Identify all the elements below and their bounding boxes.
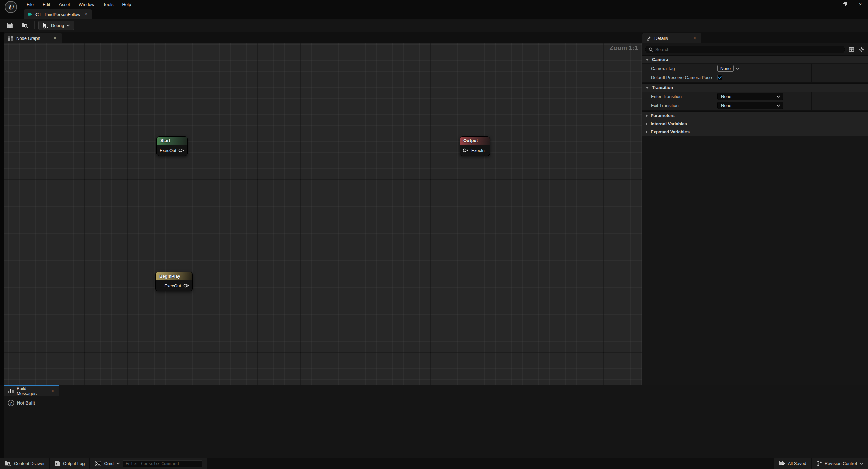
exec-out-pin-icon[interactable] (183, 283, 190, 288)
property-row-camera-tag: Camera Tag None (642, 63, 868, 73)
menu-tools[interactable]: Tools (99, 0, 118, 9)
details-settings-button[interactable] (858, 46, 865, 53)
menu-bar: File Edit Asset Window Tools Help (22, 0, 136, 9)
chevron-down-icon (776, 104, 780, 107)
toolbar: Debug (0, 19, 868, 32)
collapse-arrow-icon (646, 59, 649, 61)
debug-dropdown-button[interactable]: Debug (38, 21, 74, 30)
build-status-row: ? Not Built (8, 400, 35, 406)
build-messages-tab[interactable]: Build Messages × (4, 385, 59, 396)
graph-node-beginplay[interactable]: BeginPlay ExecOut (155, 272, 193, 291)
cmd-terminal-icon (95, 461, 101, 466)
section-internal-variables-header[interactable]: Internal Variables (642, 120, 868, 128)
browse-asset-button[interactable] (18, 20, 31, 31)
details-tab[interactable]: Details × (642, 33, 701, 43)
asset-tab-row: CT_ThirdPersonFollow × (0, 9, 868, 19)
menu-edit[interactable]: Edit (38, 0, 54, 9)
revision-control-branch-icon (817, 461, 822, 466)
folder-magnifier-icon (21, 22, 28, 28)
menu-window[interactable]: Window (74, 0, 99, 9)
menu-file[interactable]: File (22, 0, 38, 9)
display-filter-button[interactable] (848, 46, 855, 53)
node-graph-tab-close-icon[interactable]: × (52, 35, 58, 41)
build-status-label: Not Built (17, 400, 35, 406)
preserve-pose-label: Default Preserve Camera Pose (642, 73, 714, 82)
search-icon (649, 47, 653, 52)
camera-asset-icon (28, 12, 33, 16)
cmd-label: Cmd (104, 461, 113, 466)
section-camera-header[interactable]: Camera (642, 55, 868, 63)
console-command-group: Cmd (90, 458, 207, 469)
node-output-title: Output (460, 137, 490, 145)
details-tab-label: Details (654, 36, 689, 41)
details-properties: Camera Camera Tag None Default Preserve … (642, 55, 868, 136)
expand-arrow-icon (646, 114, 648, 118)
question-circle-icon: ? (8, 400, 14, 406)
console-command-input[interactable] (123, 460, 202, 467)
exec-in-pin-icon[interactable] (463, 148, 469, 153)
all-saved-button[interactable]: All Saved (774, 458, 811, 469)
checkmark-icon (718, 76, 722, 79)
save-status-icon (779, 461, 785, 466)
build-messages-tab-label: Build Messages (17, 386, 42, 396)
collapse-arrow-icon (646, 87, 649, 89)
graph-grid-icon (8, 36, 13, 41)
expand-arrow-icon (646, 130, 648, 134)
expand-arrow-icon (646, 122, 648, 126)
enter-transition-label: Enter Transition (642, 92, 714, 101)
chevron-down-icon (860, 462, 863, 465)
output-log-icon (55, 461, 60, 466)
toolbar-divider (34, 21, 35, 29)
camera-tag-dropdown[interactable]: None (717, 65, 734, 72)
status-bar: Content Drawer Output Log Cmd All Saved (0, 458, 868, 469)
output-log-button[interactable]: Output Log (50, 458, 89, 469)
exit-transition-value: None (721, 103, 731, 108)
node-graph-tab[interactable]: Node Graph × (4, 33, 62, 43)
exit-transition-dropdown[interactable]: None (717, 102, 783, 109)
zoom-level-label: Zoom 1:1 (610, 44, 638, 52)
camera-tag-label: Camera Tag (642, 64, 714, 73)
chevron-down-icon[interactable] (116, 462, 120, 465)
chevron-down-icon (776, 95, 780, 98)
restore-button[interactable] (837, 0, 852, 9)
graph-node-output[interactable]: Output ExecIn (460, 136, 490, 156)
section-transition-header[interactable]: Transition (642, 83, 868, 92)
node-graph-panel: Node Graph × Zoom 1:1 Start ExecOut Outp… (4, 32, 642, 385)
build-messages-tab-close-icon[interactable]: × (50, 388, 55, 394)
revision-control-button[interactable]: Revision Control (812, 458, 868, 469)
build-messages-icon (8, 389, 14, 393)
section-parameters-header[interactable]: Parameters (642, 111, 868, 120)
search-input[interactable] (655, 47, 841, 52)
menu-help[interactable]: Help (118, 0, 136, 9)
exec-out-pin-icon[interactable] (178, 148, 185, 153)
asset-tab[interactable]: CT_ThirdPersonFollow × (24, 9, 92, 19)
node-graph-tab-label: Node Graph (16, 36, 40, 41)
minimize-button[interactable]: – (821, 0, 837, 9)
graph-canvas[interactable]: Zoom 1:1 Start ExecOut Output ExecIn (4, 43, 642, 385)
section-exposed-variables-title: Exposed Variables (651, 129, 690, 134)
chevron-down-icon[interactable] (736, 67, 739, 70)
preserve-pose-checkbox[interactable] (717, 75, 722, 80)
node-output-pin-label: ExecIn (471, 148, 485, 153)
enter-transition-dropdown[interactable]: None (717, 93, 783, 100)
details-pencil-icon (646, 36, 651, 41)
chevron-down-icon (66, 24, 70, 27)
table-view-icon (849, 47, 854, 52)
asset-tab-close-icon[interactable]: × (83, 11, 89, 17)
node-start-title: Start (157, 137, 187, 145)
save-button[interactable] (3, 20, 16, 31)
search-field[interactable] (645, 46, 845, 53)
section-camera-title: Camera (652, 57, 668, 62)
all-saved-label: All Saved (788, 461, 806, 466)
restore-icon (843, 2, 847, 6)
details-panel: Details × (642, 32, 868, 385)
details-tab-close-icon[interactable]: × (692, 35, 697, 41)
property-row-enter-transition: Enter Transition None (642, 92, 868, 101)
node-beginplay-pin-label: ExecOut (164, 283, 181, 288)
graph-node-start[interactable]: Start ExecOut (156, 136, 188, 156)
section-exposed-variables-header[interactable]: Exposed Variables (642, 128, 868, 136)
content-drawer-button[interactable]: Content Drawer (0, 458, 49, 469)
close-button[interactable]: × (852, 0, 868, 9)
section-transition-title: Transition (652, 85, 673, 90)
menu-asset[interactable]: Asset (54, 0, 74, 9)
